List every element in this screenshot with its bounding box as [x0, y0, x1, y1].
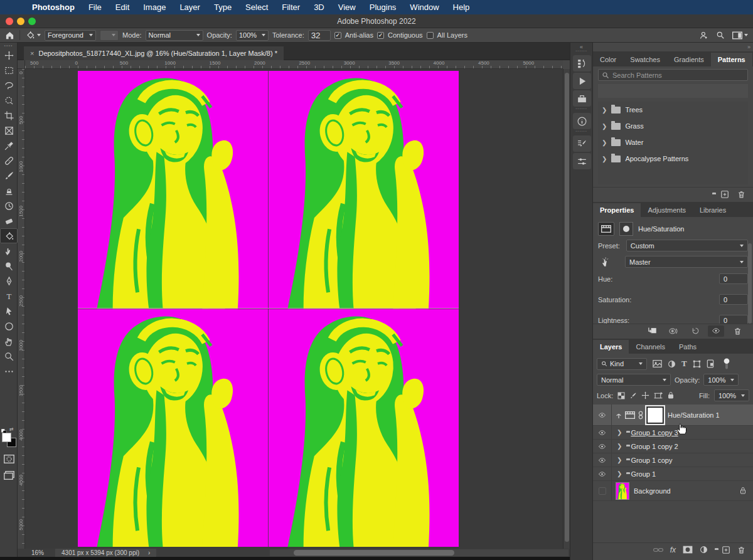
tool-hand[interactable] [0, 334, 18, 349]
menu-item-plugins[interactable]: Plugins [363, 3, 403, 12]
layer-name[interactable]: Group 1 [631, 470, 656, 478]
tool-smudge[interactable] [0, 243, 18, 258]
canvas-horizontal-scrollbar[interactable] [270, 549, 569, 556]
swap-colors-icon[interactable]: ⇄ [9, 426, 14, 432]
tool-eyedropper[interactable] [0, 138, 18, 153]
tool-crop[interactable] [0, 108, 18, 123]
channel-dropdown[interactable]: Master [625, 256, 748, 268]
tool-zoom[interactable] [0, 349, 18, 364]
foreground-color-swatch[interactable] [2, 433, 11, 442]
dock-panel-tool-presets-icon[interactable] [573, 153, 591, 169]
screen-mode-button[interactable] [0, 468, 18, 483]
saturation-input[interactable] [719, 294, 748, 305]
dock-panel-info-icon[interactable] [573, 113, 591, 129]
toggle-visibility-icon[interactable] [708, 325, 724, 337]
menu-item-view[interactable]: View [331, 3, 363, 12]
fill-dropdown[interactable]: 100% [714, 389, 749, 401]
menu-item-select[interactable]: Select [238, 3, 275, 12]
fill-source-dropdown[interactable]: Foreground [45, 30, 96, 41]
tool-marquee[interactable] [0, 63, 18, 78]
tab-libraries[interactable]: Libraries [693, 203, 733, 217]
layer-name[interactable]: Group 1 copy [631, 457, 672, 464]
tab-swatches[interactable]: Swatches [623, 53, 667, 66]
tool-lasso[interactable] [0, 78, 18, 93]
menu-item-type[interactable]: Type [207, 3, 238, 12]
expand-panels-icon[interactable]: » [747, 44, 750, 50]
pattern-search-input[interactable] [612, 71, 732, 79]
tool-brush[interactable] [0, 168, 18, 183]
paint-bucket-tool-preset-icon[interactable] [25, 30, 41, 40]
filter-type-layers-icon[interactable]: T [681, 359, 687, 369]
delete-adjustment-icon[interactable] [729, 325, 745, 337]
workspace-switcher-icon[interactable] [732, 31, 748, 40]
dock-drag-handle[interactable]: •••••• [570, 108, 592, 110]
dock-panel-libraries-icon[interactable] [573, 90, 591, 107]
tool-paint-bucket[interactable] [0, 228, 18, 243]
status-chevron-icon[interactable]: › [148, 549, 150, 556]
delete-pattern-icon[interactable] [737, 190, 745, 199]
ruler-origin-corner[interactable] [18, 60, 25, 69]
layer-row-group-1[interactable]: ❯Group 1 [593, 467, 753, 481]
pattern-group-apocalypse-patterns[interactable]: ❯Apocalypse Patterns [598, 151, 748, 167]
close-document-icon[interactable]: × [30, 50, 34, 57]
lock-transparency-icon[interactable] [617, 392, 625, 399]
preset-dropdown[interactable]: Custom [626, 240, 748, 251]
delete-layer-icon[interactable] [737, 546, 745, 554]
tool-pen[interactable] [0, 273, 18, 288]
filter-shape-layers-icon[interactable] [693, 360, 701, 368]
toolbar-drag-handle[interactable]: •••• [0, 43, 17, 48]
menu-item-window[interactable]: Window [403, 3, 446, 12]
canvas-vertical-scrollbar[interactable] [563, 69, 570, 549]
targeted-adjustment-icon[interactable] [598, 257, 612, 267]
new-adjustment-layer-icon[interactable] [700, 546, 708, 554]
tolerance-input[interactable] [308, 30, 331, 41]
lock-pixels-icon[interactable] [629, 392, 637, 399]
home-icon[interactable] [5, 31, 14, 40]
tool-clone-stamp[interactable] [0, 183, 18, 198]
canvas-viewport[interactable] [25, 69, 563, 549]
pattern-search-field[interactable] [598, 69, 748, 81]
view-previous-state-icon[interactable] [665, 325, 681, 337]
layer-thumbnail[interactable] [616, 482, 629, 500]
tab-patterns[interactable]: Patterns [711, 53, 752, 66]
chevron-right-icon[interactable]: ❯ [617, 429, 622, 436]
document-image-popart-grid[interactable] [78, 71, 459, 547]
tool-history-brush[interactable] [0, 198, 18, 213]
quick-mask-button[interactable] [0, 452, 18, 467]
tool-path-select[interactable] [0, 304, 18, 319]
menu-item-photoshop[interactable]: Photoshop [25, 3, 82, 12]
mode-dropdown[interactable]: Normal [146, 30, 203, 41]
layer-name[interactable]: Background [634, 487, 671, 495]
menu-item-edit[interactable]: Edit [109, 3, 136, 12]
chevron-right-icon[interactable]: ❯ [617, 443, 622, 450]
clip-to-layer-icon[interactable] [644, 325, 660, 337]
layer-visibility-empty[interactable] [593, 481, 612, 500]
filter-smart-objects-icon[interactable] [707, 359, 714, 368]
layer-row-group-1-copy[interactable]: ❯Group 1 copy [593, 453, 753, 467]
all-layers-checkbox[interactable] [427, 32, 434, 39]
document-size-info[interactable]: 4301 px x 5394 px (300 ppi) › [55, 549, 156, 557]
layer-visibility-eye-icon[interactable] [593, 440, 612, 453]
document-tab[interactable]: × Depositphotos_518717440_XL.jpg @ 16% (… [24, 46, 284, 60]
new-layer-icon[interactable] [722, 546, 730, 554]
tool-eraser[interactable] [0, 213, 18, 228]
pattern-group-water[interactable]: ❯Water [598, 134, 748, 151]
dock-panel-history-icon[interactable] [573, 55, 591, 71]
tool-object-selection[interactable] [0, 93, 18, 108]
tool-move[interactable] [0, 48, 18, 63]
share-account-icon[interactable] [699, 31, 708, 40]
tool-type[interactable]: T [0, 288, 18, 304]
chevron-right-icon[interactable]: ❯ [602, 139, 607, 146]
tab-layers[interactable]: Layers [593, 340, 629, 354]
tool-more[interactable] [0, 364, 18, 379]
hue-input[interactable] [719, 273, 748, 284]
tool-shape[interactable] [0, 319, 18, 334]
new-pattern-icon[interactable] [720, 190, 729, 199]
filter-adjustment-layers-icon[interactable] [668, 360, 676, 368]
menu-item-file[interactable]: File [82, 3, 109, 12]
pattern-picker-dropdown[interactable] [100, 30, 119, 41]
dock-panel-actions-icon[interactable] [573, 73, 591, 89]
menu-item-filter[interactable]: Filter [275, 3, 307, 12]
layer-style-fx-icon[interactable]: fx [670, 546, 676, 554]
tab-channels[interactable]: Channels [629, 340, 671, 354]
